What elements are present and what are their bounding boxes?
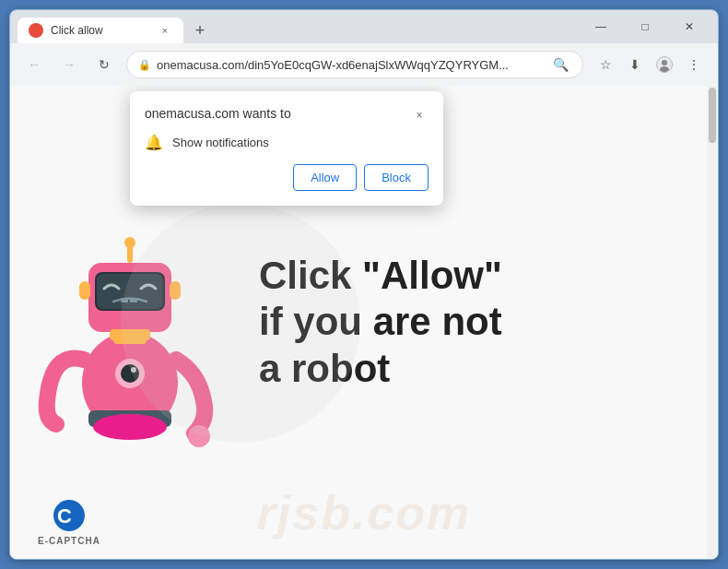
toolbar-icons: ☆ ⬇ ⋮ (593, 52, 707, 77)
new-tab-button[interactable]: + (187, 18, 213, 43)
svg-point-2 (660, 66, 669, 72)
svg-point-1 (662, 60, 667, 65)
tab-area: Click allow × + (18, 10, 580, 43)
popup-header: onemacusa.com wants to × (145, 106, 429, 124)
back-button[interactable]: ← (21, 52, 47, 77)
maximize-button[interactable]: □ (624, 14, 666, 40)
address-bar: ← → ↻ 🔒 onemacusa.com/din5YoE0cqGW-xd6en… (10, 43, 718, 86)
svg-text:C: C (57, 504, 72, 528)
background-circle (121, 203, 360, 443)
scrollbar[interactable] (707, 86, 718, 559)
notification-popup: onemacusa.com wants to × 🔔 Show notifica… (130, 91, 443, 206)
search-icon[interactable]: 🔍 (549, 53, 571, 76)
address-input-wrap[interactable]: 🔒 onemacusa.com/din5YoE0cqGW-xd6enajSlxW… (126, 51, 583, 78)
url-text: onemacusa.com/din5YoE0cqGW-xd6enajSlxWWq… (157, 58, 544, 72)
tab-favicon (29, 23, 43, 38)
popup-close-button[interactable]: × (410, 106, 429, 124)
popup-notification-row: 🔔 Show notifications (145, 134, 429, 151)
svg-point-17 (93, 414, 167, 440)
browser-window: Click allow × + — □ ✕ ← → ↻ 🔒 onemacusa.… (9, 9, 719, 560)
watermark: rjsb.com (10, 485, 718, 540)
svg-rect-20 (79, 281, 90, 300)
active-tab[interactable]: Click allow × (18, 18, 183, 43)
notification-label: Show notifications (172, 136, 269, 149)
menu-icon[interactable]: ⋮ (681, 52, 707, 77)
bell-icon: 🔔 (145, 134, 163, 151)
scrollbar-thumb[interactable] (709, 88, 716, 143)
window-controls: — □ ✕ (580, 14, 710, 40)
block-button[interactable]: Block (364, 164, 429, 191)
page-main-content: Click "Allow" if you are not a robot (10, 171, 718, 475)
refresh-button[interactable]: ↻ (91, 52, 117, 77)
tab-close-button[interactable]: × (158, 23, 172, 38)
svg-point-19 (124, 237, 135, 248)
popup-buttons: Allow Block (145, 164, 429, 191)
lock-icon: 🔒 (138, 59, 151, 71)
popup-site-text: onemacusa.com wants to (145, 106, 291, 121)
forward-button[interactable]: → (56, 52, 82, 77)
ecaptcha-area: C E-CAPTCHA (38, 499, 100, 546)
ecaptcha-label: E-CAPTCHA (38, 536, 100, 546)
title-bar: Click allow × + — □ ✕ (10, 10, 718, 43)
tab-title: Click allow (51, 24, 150, 37)
download-icon[interactable]: ⬇ (622, 52, 648, 77)
page-content: onemacusa.com wants to × 🔔 Show notifica… (10, 86, 718, 559)
close-button[interactable]: ✕ (668, 14, 710, 40)
bookmark-icon[interactable]: ☆ (593, 52, 618, 77)
allow-button[interactable]: Allow (293, 164, 357, 191)
minimize-button[interactable]: — (580, 14, 622, 40)
profile-icon[interactable] (652, 52, 677, 77)
